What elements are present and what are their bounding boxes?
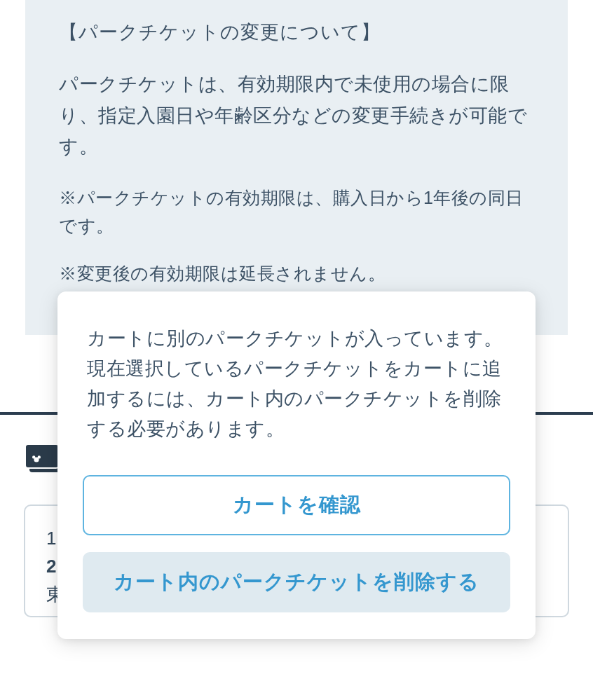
notice-note-2: ※変更後の有効期限は延長されません。: [59, 259, 534, 287]
page-root: 【パークチケットの変更について】 パークチケットは、有効期限内で未使用の場合に限…: [0, 0, 593, 700]
notice-note-1: ※パークチケットの有効期限は、購入日から1年後の同日です。: [59, 184, 534, 240]
notice-heading: 【パークチケットの変更について】: [59, 20, 534, 45]
notice-box: 【パークチケットの変更について】 パークチケットは、有効期限内で未使用の場合に限…: [25, 0, 568, 335]
delete-cart-tickets-button[interactable]: カート内のパークチケットを削除する: [83, 552, 510, 612]
modal-message: カートに別のパークチケットが入っています。現在選択しているパークチケットをカート…: [83, 324, 510, 444]
svg-point-3: [32, 455, 35, 458]
confirm-cart-button[interactable]: カートを確認: [83, 475, 510, 535]
notice-body: パークチケットは、有効期限内で未使用の場合に限り、指定入園日や年齢区分などの変更…: [59, 69, 534, 163]
svg-point-4: [38, 455, 41, 458]
cart-conflict-modal: カートに別のパークチケットが入っています。現在選択しているパークチケットをカート…: [57, 291, 536, 639]
svg-rect-1: [25, 444, 59, 468]
